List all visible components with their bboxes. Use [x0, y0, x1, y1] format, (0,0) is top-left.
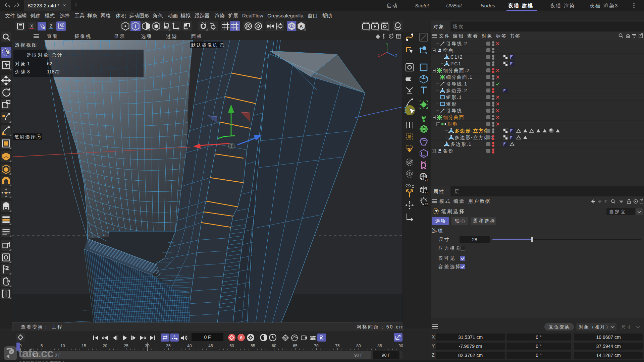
svg-text:Z: Z: [395, 54, 397, 58]
svg-text:X: X: [378, 54, 380, 58]
svg-text:A: A: [239, 335, 243, 340]
svg-text:45: 45: [208, 344, 213, 348]
svg-text:85: 85: [377, 344, 382, 348]
svg-text:20: 20: [103, 344, 107, 348]
svg-text:Z: Z: [50, 24, 52, 28]
svg-text:25: 25: [124, 344, 128, 348]
svg-text:15: 15: [82, 344, 86, 348]
svg-text:Y: Y: [40, 23, 43, 28]
svg-text:X: X: [30, 24, 33, 28]
svg-text:A: A: [173, 335, 175, 338]
svg-text:65: 65: [293, 344, 298, 348]
svg-text:40: 40: [187, 344, 192, 348]
svg-text:75: 75: [335, 344, 340, 348]
svg-text:ST: ST: [425, 191, 428, 194]
svg-text:ST: ST: [425, 203, 428, 206]
svg-text:55: 55: [251, 344, 255, 348]
svg-text:50: 50: [229, 344, 234, 348]
svg-text:A: A: [300, 24, 303, 29]
svg-text:70: 70: [314, 344, 319, 348]
svg-text:Y: Y: [386, 43, 389, 46]
svg-text:80: 80: [356, 344, 361, 348]
svg-text:10: 10: [60, 344, 65, 348]
svg-text:ST: ST: [425, 178, 428, 181]
svg-text:35: 35: [166, 344, 171, 348]
